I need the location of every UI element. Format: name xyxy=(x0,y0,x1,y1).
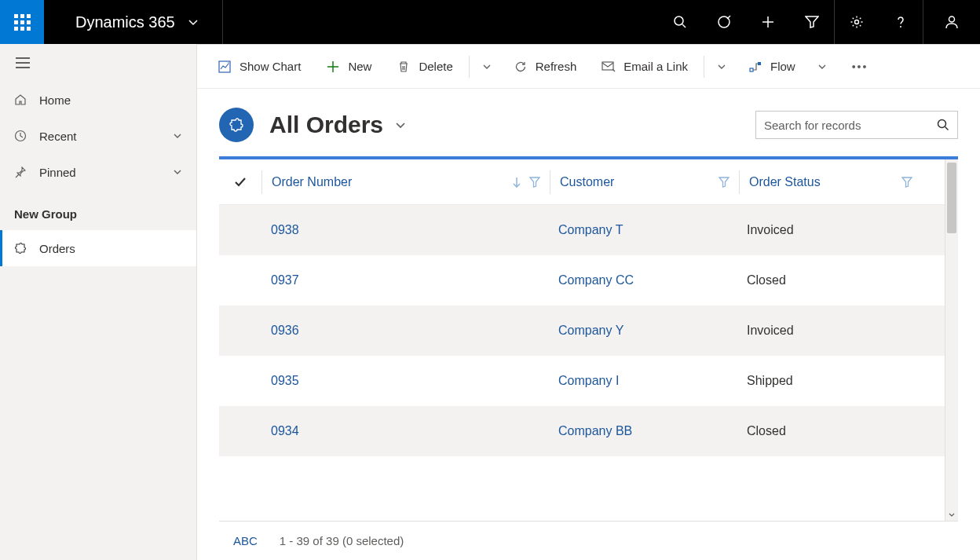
command-label: New xyxy=(348,60,371,73)
sidebar-item-recent[interactable]: Recent xyxy=(0,118,196,154)
refresh-icon xyxy=(514,60,528,74)
vertical-scrollbar[interactable] xyxy=(945,159,958,521)
chevron-down-icon xyxy=(482,62,492,71)
task-button[interactable] xyxy=(702,0,746,44)
chevron-down-icon xyxy=(173,167,182,177)
help-button[interactable] xyxy=(879,0,923,44)
svg-rect-17 xyxy=(750,68,753,71)
sort-down-icon xyxy=(512,177,521,188)
target-icon xyxy=(717,15,731,29)
sidebar-item-home[interactable]: Home xyxy=(0,82,196,118)
table-row[interactable]: 0934 Company BB Closed xyxy=(219,406,945,456)
grid-header-row: Order Number Customer xyxy=(219,159,945,205)
puzzle-icon xyxy=(14,242,27,254)
gear-icon xyxy=(850,15,864,29)
cell-status: Closed xyxy=(737,273,920,287)
add-button[interactable] xyxy=(746,0,790,44)
email-dropdown-button[interactable] xyxy=(709,62,734,71)
funnel-icon xyxy=(901,177,912,188)
table-row[interactable]: 0937 Company CC Closed xyxy=(219,255,945,306)
search-button[interactable] xyxy=(658,0,702,44)
more-commands-button[interactable]: ••• xyxy=(838,60,883,73)
home-icon xyxy=(14,93,27,106)
funnel-icon xyxy=(719,177,730,188)
cell-status: Invoiced xyxy=(737,324,920,338)
search-icon xyxy=(937,119,949,131)
cell-customer[interactable]: Company T xyxy=(549,223,737,237)
trash-icon xyxy=(397,60,411,74)
sidebar-item-pinned[interactable]: Pinned xyxy=(0,154,196,190)
filter-button[interactable] xyxy=(790,0,834,44)
table-row[interactable]: 0936 Company Y Invoiced xyxy=(219,306,945,356)
grid-footer: ABC 1 - 39 of 39 (0 selected) xyxy=(219,521,958,560)
delete-dropdown-button[interactable] xyxy=(474,62,499,71)
scroll-down-arrow[interactable] xyxy=(945,510,958,521)
view-header: All Orders xyxy=(197,89,980,156)
grid-body: 0938 Company T Invoiced 0937 Company CC … xyxy=(219,205,945,456)
flow-dropdown-button[interactable] xyxy=(810,62,835,71)
email-icon xyxy=(602,60,616,74)
search-input[interactable] xyxy=(764,119,937,132)
cell-order-number[interactable]: 0934 xyxy=(261,424,549,438)
waffle-icon xyxy=(14,14,31,31)
app-launcher-button[interactable] xyxy=(0,0,44,44)
column-header-customer[interactable]: Customer xyxy=(550,175,739,189)
cell-customer[interactable]: Company Y xyxy=(549,324,737,338)
column-label: Customer xyxy=(560,175,614,189)
svg-point-7 xyxy=(900,26,901,27)
show-chart-button[interactable]: Show Chart xyxy=(207,51,312,82)
delete-button[interactable]: Delete xyxy=(386,51,463,82)
chevron-down-icon xyxy=(394,119,407,131)
svg-line-1 xyxy=(682,24,686,27)
plus-icon xyxy=(761,15,775,29)
command-bar: Show Chart New Delete Refresh Email a Li… xyxy=(197,45,980,89)
cell-customer[interactable]: Company I xyxy=(549,374,737,388)
flow-button[interactable]: Flow xyxy=(737,51,806,82)
new-button[interactable]: New xyxy=(315,51,382,82)
column-header-order-status[interactable]: Order Status xyxy=(740,175,922,189)
cell-order-number[interactable]: 0935 xyxy=(261,374,549,388)
scrollbar-thumb[interactable] xyxy=(947,163,956,233)
app-title-button[interactable]: Dynamics 365 xyxy=(44,0,223,44)
account-button[interactable] xyxy=(923,0,980,44)
cell-status: Invoiced xyxy=(737,223,920,237)
sidebar-item-label: Pinned xyxy=(39,166,76,179)
entity-icon xyxy=(219,108,254,142)
command-label: Flow xyxy=(770,60,795,73)
view-selector-button[interactable] xyxy=(394,119,407,131)
pin-icon xyxy=(14,166,27,178)
chevron-down-icon xyxy=(817,62,827,71)
cell-order-number[interactable]: 0938 xyxy=(261,223,549,237)
email-link-button[interactable]: Email a Link xyxy=(591,51,699,82)
separator xyxy=(469,56,470,78)
refresh-button[interactable]: Refresh xyxy=(503,51,588,82)
sidebar-toggle-button[interactable] xyxy=(0,44,196,82)
cell-order-number[interactable]: 0937 xyxy=(261,273,549,287)
command-label: Refresh xyxy=(536,60,577,73)
sidebar-item-orders[interactable]: Orders xyxy=(0,230,196,266)
cell-customer[interactable]: Company CC xyxy=(549,273,737,287)
funnel-icon xyxy=(805,16,819,28)
chevron-down-icon xyxy=(188,16,199,27)
svg-rect-18 xyxy=(758,62,761,65)
settings-button[interactable] xyxy=(835,0,879,44)
chevron-down-icon xyxy=(949,513,955,518)
table-row[interactable]: 0938 Company T Invoiced xyxy=(219,205,945,255)
alpha-filter-link[interactable]: ABC xyxy=(233,534,258,547)
separator xyxy=(704,56,704,78)
chevron-down-icon xyxy=(173,131,182,141)
command-label: Email a Link xyxy=(623,60,688,73)
select-all-checkbox[interactable] xyxy=(219,175,261,189)
search-records-box[interactable] xyxy=(755,111,958,139)
sidebar: Home Recent Pinned New Group Orders xyxy=(0,44,197,560)
table-row[interactable]: 0935 Company I Shipped xyxy=(219,356,945,406)
cell-order-number[interactable]: 0936 xyxy=(261,324,549,338)
cell-customer[interactable]: Company BB xyxy=(549,424,737,438)
check-icon xyxy=(233,175,247,189)
chevron-down-icon xyxy=(717,62,726,71)
column-header-order-number[interactable]: Order Number xyxy=(262,175,550,189)
svg-line-20 xyxy=(945,127,949,130)
clock-icon xyxy=(14,130,27,142)
cell-status: Closed xyxy=(737,424,920,438)
command-label: Delete xyxy=(419,60,452,73)
